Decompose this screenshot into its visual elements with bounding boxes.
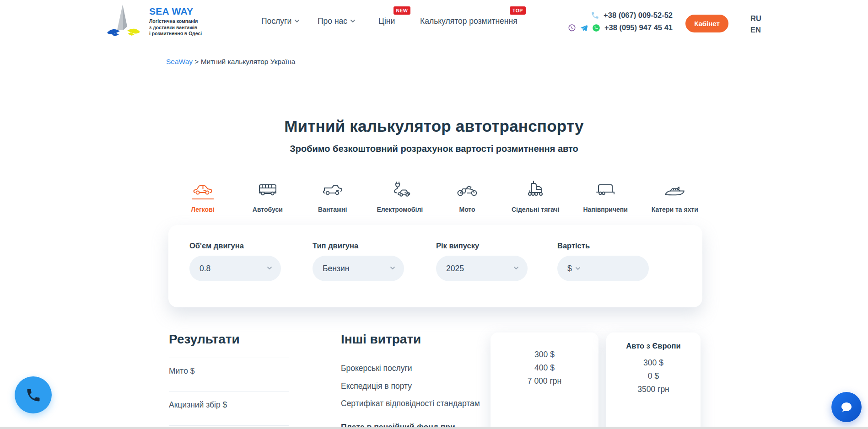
europe-value-2: 0 $ <box>606 370 701 383</box>
language-switcher: RU EN <box>750 13 761 36</box>
phone-number-2: +38 (095) 947 45 41 <box>604 23 673 32</box>
cost-value-1: 300 $ <box>491 348 598 361</box>
motorcycle-icon <box>456 181 478 199</box>
chevron-down-icon <box>390 267 395 269</box>
tab-semi-trucks[interactable]: Сідельні тягачі <box>512 181 560 213</box>
telegram-icon[interactable] <box>580 24 588 32</box>
seaway-logo-icon <box>104 4 143 39</box>
lang-ru[interactable]: RU <box>750 13 761 24</box>
tab-semi-trailers[interactable]: Напівпричепи <box>583 181 627 213</box>
call-floating-button[interactable] <box>15 376 52 413</box>
engine-volume-label: Об'єм двигуна <box>189 241 281 250</box>
other-costs-values-card: 300 $ 400 $ 7 000 грн <box>491 332 598 429</box>
tab-boats-yachts[interactable]: Катери та яхти <box>652 181 698 213</box>
europe-card-title: Авто з Європи <box>606 342 701 350</box>
yacht-icon <box>663 181 686 199</box>
electric-car-icon <box>389 181 410 199</box>
engine-volume-select[interactable]: 0.8 <box>189 256 281 281</box>
car-icon <box>192 181 214 199</box>
breadcrumb: SeaWay > Митний калькулятор Україна <box>166 58 295 66</box>
other-costs-section: Інші витрати Брокерські послуги Експедиц… <box>341 332 502 429</box>
cost-item-certificate: Сертифікат відповідності стандартам <box>341 398 502 409</box>
breadcrumb-home-link[interactable]: SeaWay <box>166 58 193 65</box>
vehicle-type-tabs: Легкові Автобуси Вантажні <box>182 181 698 213</box>
tab-electric-cars[interactable]: Електромобілі <box>377 181 423 213</box>
tab-trucks[interactable]: Вантажні <box>312 181 353 213</box>
viber-icon[interactable] <box>568 24 576 32</box>
cost-value-3: 7 000 грн <box>491 375 598 388</box>
tab-motorcycles[interactable]: Мото <box>447 181 488 213</box>
cost-item-broker: Брокерські послуги <box>341 363 502 374</box>
engine-type-label: Тип двигуна <box>313 241 404 250</box>
phone-icon <box>591 11 599 20</box>
nav-item-customs-calculator[interactable]: Калькулятор розмитнення TOP <box>420 16 518 26</box>
hero: Митний калькулятор автотранспорту Зробим… <box>0 117 868 154</box>
phone-number-1: +38 (067) 009-52-52 <box>604 11 673 20</box>
phone-row-1[interactable]: +38 (067) 009-52-52 <box>553 9 673 21</box>
logo-tagline: Логістична компанія з доставки вантажів … <box>149 18 202 37</box>
price-input[interactable] <box>580 264 635 273</box>
phone-row-2[interactable]: +38 (095) 947 45 41 <box>553 21 673 34</box>
phone-icon <box>25 387 42 403</box>
chevron-down-icon <box>350 20 355 22</box>
europe-value-1: 300 $ <box>606 356 701 370</box>
nav-item-prices[interactable]: Ціни NEW <box>378 16 395 26</box>
header-contacts: +38 (067) 009-52-52 <box>553 9 673 34</box>
result-row-excise: Акцизний збір $ <box>169 391 289 425</box>
tab-cars[interactable]: Легкові <box>182 181 223 213</box>
cost-value-2: 400 $ <box>491 361 598 375</box>
europe-car-card: Авто з Європи 300 $ 0 $ 3500 грн <box>606 332 701 429</box>
page-bottom-edge <box>0 427 868 429</box>
calculator-form-card: Об'єм двигуна 0.8 Тип двигуна Бензин Рік… <box>168 225 702 307</box>
results-title: Результати <box>169 332 289 347</box>
new-badge: NEW <box>394 6 411 15</box>
chat-bubble-icon <box>839 400 854 414</box>
engine-type-field: Тип двигуна Бензин <box>313 241 404 281</box>
price-field: Вартість $ <box>557 241 649 281</box>
currency-select[interactable]: $ <box>567 264 572 273</box>
top-badge: TOP <box>510 6 526 15</box>
chat-widget-button[interactable] <box>831 392 862 422</box>
nav-item-services[interactable]: Послуги <box>261 16 299 26</box>
bus-icon <box>257 181 279 199</box>
breadcrumb-current: Митний калькулятор Україна <box>201 58 296 65</box>
tab-buses[interactable]: Автобуси <box>247 181 288 213</box>
chevron-down-icon <box>576 267 580 270</box>
logo[interactable]: SEA WAY Логістична компанія з доставки в… <box>104 4 202 39</box>
whatsapp-icon[interactable] <box>592 24 600 32</box>
header: SEA WAY Логістична компанія з доставки в… <box>0 0 868 42</box>
price-label: Вартість <box>557 241 649 250</box>
results-section: Результати Мито $ Акцизний збір $ <box>169 332 289 429</box>
price-input-pill[interactable]: $ <box>557 256 649 281</box>
truck-icon <box>322 181 344 199</box>
other-costs-title: Інші витрати <box>341 332 502 347</box>
logo-title: SEA WAY <box>149 6 202 17</box>
chevron-down-icon <box>514 267 518 269</box>
page: SEA WAY Логістична компанія з доставки в… <box>0 0 868 429</box>
cabinet-button[interactable]: Кабінет <box>685 15 728 32</box>
page-title: Митний калькулятор автотранспорту <box>0 117 868 135</box>
year-select[interactable]: 2025 <box>436 256 528 281</box>
europe-value-3: 3500 грн <box>606 383 701 396</box>
trailer-icon <box>595 181 616 199</box>
engine-type-select[interactable]: Бензин <box>313 256 404 281</box>
chevron-down-icon <box>295 20 299 22</box>
page-subtitle: Зробимо безкоштовний розрахунок вартості… <box>0 144 868 154</box>
semi-truck-icon <box>524 181 546 199</box>
nav-item-about[interactable]: Про нас <box>318 16 355 26</box>
chevron-down-icon <box>267 267 272 269</box>
lang-en[interactable]: EN <box>750 24 761 36</box>
year-label: Рік випуску <box>436 241 528 250</box>
main-nav: Послуги <box>261 0 299 42</box>
cost-item-port: Експедиція в порту <box>341 381 502 392</box>
year-field: Рік випуску 2025 <box>436 241 528 281</box>
engine-volume-field: Об'єм двигуна 0.8 <box>189 241 281 281</box>
result-row-duty: Мито $ <box>169 358 289 391</box>
